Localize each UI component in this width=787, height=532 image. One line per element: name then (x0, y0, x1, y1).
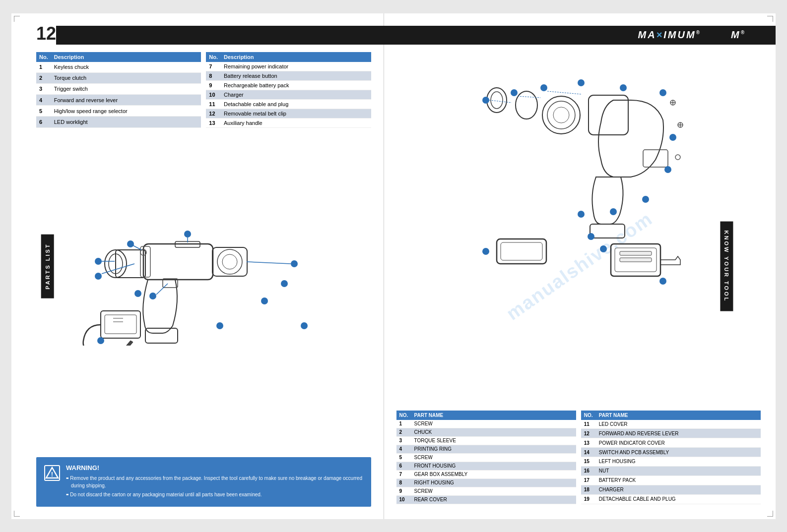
pnt-left-row: 4PRINTING RING (396, 445, 576, 453)
pnt-left-name: REAR COVER (411, 495, 576, 504)
svg-rect-3 (143, 244, 213, 280)
pnt-right-name: NUT (596, 466, 761, 475)
pnt-left-row: 7GEAR BOX ASSEMBLY (396, 470, 576, 478)
pnt-left-name: SCREW (411, 420, 576, 428)
page-right: 13 MA×IMUM® KNOW YOUR TOOL manualshive.c… (384, 13, 776, 519)
pnt-right-name: LED COVER (596, 420, 761, 429)
pnt-right-no: 17 (581, 475, 596, 485)
pnt-col-name-left: PART NAME (411, 411, 576, 420)
pnt-col-no-right: NO. (581, 411, 596, 420)
pnt-right-row: 13POWER INDICATOR COVER (581, 438, 761, 448)
brand-name: MA×IMUM® (683, 29, 746, 41)
svg-rect-58 (620, 251, 652, 255)
svg-point-40 (542, 96, 580, 134)
pnt-left-no: 6 (396, 462, 411, 470)
parts-right-row: 12Removable metal belt clip (206, 109, 371, 118)
svg-point-33 (216, 322, 223, 329)
exploded-view-svg (467, 60, 690, 298)
parts-right-desc: Battery release button (221, 71, 371, 80)
svg-point-9 (217, 249, 242, 274)
parts-left-row: 6LED worklight (36, 117, 201, 127)
parts-left-no: 4 (36, 94, 51, 105)
pnt-right-name: POWER INDICATOR COVER (596, 438, 761, 448)
pnt-left-name: GEAR BOX ASSEMBLY (411, 470, 576, 478)
parts-left-no: 5 (36, 106, 51, 117)
svg-point-41 (547, 101, 575, 129)
drill-image-area (26, 127, 374, 405)
pnt-left-no: 1 (396, 420, 411, 428)
pnt-left-name: SCREW (411, 487, 576, 495)
pnt-left-row: 10REAR COVER (396, 495, 576, 504)
svg-point-23 (134, 290, 141, 297)
svg-rect-55 (501, 242, 542, 260)
pnt-right-name: SWITCH AND PCB ASSEMBLY (596, 448, 761, 457)
warning-bullets: • Remove the product and any accessories… (66, 474, 363, 498)
svg-point-69 (610, 208, 617, 215)
pnt-right-name: DETACHABLE CABLE AND PLUG (596, 494, 761, 504)
svg-point-72 (482, 248, 489, 255)
exploded-view-area (396, 51, 761, 308)
pnt-left-row: 2CHUCK (396, 428, 576, 436)
pnt-left-name: FRONT HOUSING (411, 462, 576, 470)
pnt-right-row: 19DETACHABLE CABLE AND PLUG (581, 494, 761, 504)
svg-point-71 (588, 233, 594, 240)
pnt-right-row: 12FORWARD AND REVERSE LEVER (581, 429, 761, 438)
parts-name-table-left: NO. PART NAME 1SCREW2CHUCK3TORQUE SLEEVE… (396, 411, 576, 504)
svg-rect-13 (105, 315, 136, 334)
pnt-left-name: RIGHT HOUSING (411, 478, 576, 487)
pnt-left-no: 9 (396, 487, 411, 495)
parts-right-desc: Rechargeable battery pack (221, 80, 371, 90)
col-desc-left: Description (51, 52, 201, 62)
pnt-left-no: 7 (396, 470, 411, 478)
svg-point-29 (97, 337, 104, 344)
parts-right-row: 8Battery release button (206, 71, 371, 80)
parts-left-no: 2 (36, 72, 51, 83)
parts-list-section: No. Description 1Keyless chuck2Torque cl… (36, 52, 371, 128)
col-no-right: No. (206, 52, 221, 62)
pnt-left-name: TORQUE SLEEVE (411, 436, 576, 445)
svg-point-70 (578, 211, 585, 218)
warning-bullet: • Do not discard the carton or any packa… (66, 491, 363, 498)
svg-point-62 (540, 84, 547, 91)
page-left: 12 PARTS LIST No. Description 1Keyless c… (11, 13, 384, 519)
svg-rect-5 (145, 328, 178, 343)
corner-tl (14, 16, 24, 26)
svg-point-60 (482, 97, 489, 104)
parts-right-row: 7Remaining power indicator (206, 62, 371, 71)
pnt-right-row: 18CHARGER (581, 485, 761, 494)
svg-point-38 (491, 92, 503, 109)
pnt-right-row: 17BATTERY PACK (581, 475, 761, 485)
svg-point-67 (664, 166, 671, 173)
parts-right-desc: Removable metal belt clip (221, 109, 371, 118)
parts-right-row: 9Rechargeable battery pack (206, 80, 371, 90)
parts-left-row: 5High/low speed range selector (36, 106, 201, 117)
parts-name-table-right: NO. PART NAME 11LED COVER12FORWARD AND R… (581, 411, 761, 504)
parts-right-desc: Remaining power indicator (221, 62, 371, 71)
svg-point-28 (281, 280, 288, 287)
pnt-right-no: 18 (581, 485, 596, 494)
pnt-left-no: 10 (396, 495, 411, 504)
parts-name-section: NO. PART NAME 1SCREW2CHUCK3TORQUE SLEEVE… (396, 411, 761, 504)
svg-point-42 (553, 107, 569, 123)
pnt-right-row: 11LED COVER (581, 420, 761, 429)
svg-point-74 (659, 278, 666, 285)
pnt-left-name: SCREW (411, 453, 576, 462)
svg-point-10 (222, 254, 237, 269)
svg-line-75 (489, 100, 512, 103)
svg-line-27 (133, 245, 141, 250)
pnt-right-no: 14 (581, 448, 596, 457)
pnt-left-row: 1SCREW (396, 420, 576, 428)
svg-line-77 (547, 91, 581, 94)
corner-br (763, 507, 773, 517)
pnt-left-row: 5SCREW (396, 453, 576, 462)
parts-left-desc: Trigger switch (51, 83, 201, 94)
warning-box: ! WARNING! • Remove the product and any … (36, 457, 371, 507)
warning-content: WARNING! • Remove the product and any ac… (66, 464, 363, 500)
pnt-right-name: CHARGER (596, 485, 761, 494)
pnt-left-row: 3TORQUE SLEEVE (396, 436, 576, 445)
pnt-left-row: 8RIGHT HOUSING (396, 478, 576, 487)
pnt-right-no: 13 (581, 438, 596, 448)
svg-rect-59 (620, 258, 652, 262)
svg-point-17 (95, 258, 102, 265)
parts-left-row: 2Torque clutch (36, 72, 201, 83)
